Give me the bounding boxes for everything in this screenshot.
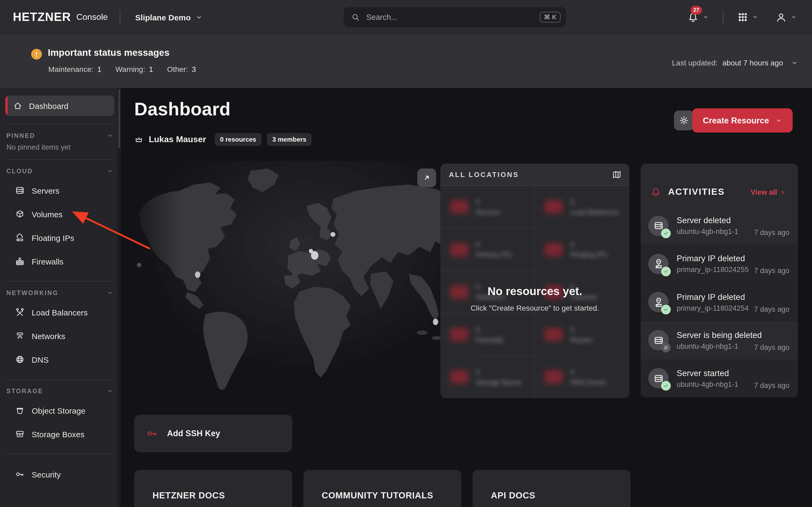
firewall-icon	[15, 257, 25, 266]
sidebar-item-storage-boxes[interactable]: Storage Boxes	[0, 422, 121, 446]
activity-subtitle: ubuntu-4gb-nbg1-1	[677, 341, 754, 351]
active-indicator	[5, 96, 7, 116]
sidebar-section-networking[interactable]: NETWORKING	[6, 290, 113, 296]
activity-time: 7 days ago	[754, 382, 790, 398]
sidebar-item-dns[interactable]: DNS	[0, 348, 121, 371]
gear-icon	[679, 115, 689, 125]
location-stat: 0DNS Zones	[535, 356, 629, 398]
storage-box-icon	[15, 429, 25, 439]
sidebar-item-label: Storage Boxes	[32, 430, 85, 439]
server-icon	[648, 368, 669, 389]
last-updated-toggle[interactable]: Last updated: about 7 hours ago	[672, 58, 798, 67]
scrollbar-thumb[interactable]	[118, 89, 120, 148]
locations-panel: ALL LOCATIONS 0Servers 0Load Balancers 0…	[440, 164, 629, 398]
sidebar-item-label: Firewalls	[32, 257, 63, 266]
sidebar-item-label: Load Balancers	[32, 308, 88, 317]
stat-icon	[450, 328, 468, 341]
activity-time: 7 days ago	[754, 305, 790, 321]
status-syncing-icon	[661, 343, 671, 352]
key-icon	[146, 428, 158, 439]
search-input[interactable]	[365, 12, 540, 22]
status-success-icon	[661, 267, 671, 276]
chevron-down-icon	[702, 14, 709, 20]
create-resource-label: Create Resource	[703, 116, 769, 125]
page-title: Dashboard	[134, 99, 231, 120]
chevron-down-icon	[107, 168, 113, 174]
activities-list: Server deleted ubuntu-4gb-nbg1-1 7 days …	[641, 207, 798, 398]
chevron-down-icon	[791, 59, 798, 66]
stat-icon	[545, 328, 563, 341]
account-menu-button[interactable]	[773, 9, 799, 25]
sidebar-item-floating-ips[interactable]: Floating IPs	[0, 226, 121, 249]
apps-grid-icon	[738, 12, 748, 22]
section-title: STORAGE	[6, 388, 43, 394]
home-icon	[13, 101, 22, 111]
hetzner-console-app: HETZNER Console Sliplane Demo ⌘ K 27	[0, 0, 812, 507]
status-success-icon	[661, 381, 671, 391]
other-count: Other:3	[167, 65, 196, 73]
hetzner-logo[interactable]: HETZNER	[13, 10, 71, 24]
map-expand-button[interactable]	[417, 168, 436, 187]
status-title: Important status messages	[48, 47, 169, 58]
search-bar[interactable]: ⌘ K	[344, 7, 566, 27]
activity-item[interactable]: Server deleted ubuntu-4gb-nbg1-1 7 days …	[641, 207, 798, 245]
activity-item[interactable]: Server started ubuntu-4gb-nbg1-1 7 days …	[641, 359, 798, 398]
world-map-graphic	[130, 161, 445, 395]
sidebar-section-storage[interactable]: STORAGE	[6, 388, 113, 394]
server-icon	[648, 330, 669, 350]
community-tutorials-card[interactable]: COMMUNITY TUTORIALS	[303, 470, 461, 507]
chevron-down-icon	[107, 290, 113, 296]
hetzner-docs-card[interactable]: HETZNER DOCS	[134, 470, 292, 507]
activity-subtitle: primary_ip-118024255	[677, 265, 749, 274]
activity-item[interactable]: Server is being deleted ubuntu-4gb-nbg1-…	[641, 321, 798, 359]
location-stat: 0Storage Boxes	[440, 356, 535, 398]
map-location-dot	[309, 249, 313, 253]
project-name: Sliplane Demo	[135, 13, 191, 22]
map-icon[interactable]	[612, 169, 622, 179]
sidebar-section-cloud[interactable]: CLOUD	[6, 168, 113, 174]
resources-count-badge: 0 resources	[214, 133, 261, 146]
api-docs-card[interactable]: API DOCS	[472, 470, 630, 507]
dashboard-settings-button[interactable]	[674, 111, 694, 130]
stat-icon	[545, 243, 563, 257]
sidebar-item-dashboard[interactable]: Dashboard	[5, 96, 114, 116]
sidebar-item-networks[interactable]: Networks	[0, 324, 121, 348]
create-resource-button[interactable]: Create Resource	[692, 108, 793, 132]
primary-ip-icon	[648, 292, 669, 312]
stat-icon	[450, 371, 468, 384]
pinned-empty-text: No pinned items yet	[6, 143, 114, 151]
sidebar: Dashboard PINNED No pinned items yet CLO…	[0, 88, 121, 507]
locations-title: ALL LOCATIONS	[449, 170, 519, 178]
sidebar-item-servers[interactable]: Servers	[0, 179, 121, 202]
add-ssh-key-button[interactable]: Add SSH Key	[134, 415, 292, 452]
section-title: CLOUD	[6, 168, 33, 174]
location-stat: 0Load Balancers	[535, 186, 629, 228]
sidebar-item-volumes[interactable]: Volumes	[0, 202, 121, 226]
status-counts: Maintenance:1 Warning:1 Other:3	[48, 65, 196, 73]
activity-item[interactable]: Primary IP deleted primary_ip-118024255 …	[641, 245, 798, 283]
stat-icon	[545, 371, 563, 384]
members-count-badge[interactable]: 3 members	[267, 133, 312, 146]
sidebar-item-load-balancers[interactable]: Load Balancers	[0, 300, 121, 324]
activity-item[interactable]: Primary IP deleted primary_ip-118024254 …	[641, 283, 798, 321]
sidebar-section-pinned[interactable]: PINNED	[6, 132, 113, 139]
stat-icon	[450, 200, 468, 214]
floating-ip-icon	[15, 233, 25, 242]
last-updated-label: Last updated:	[672, 58, 718, 67]
activity-title: Server started	[677, 368, 739, 378]
sidebar-item-label: Floating IPs	[32, 233, 74, 242]
load-balancer-icon	[15, 307, 25, 317]
sidebar-item-firewalls[interactable]: Firewalls	[0, 249, 121, 273]
sidebar-item-object-storage[interactable]: Object Storage	[0, 399, 121, 422]
notifications-button[interactable]: 27	[685, 9, 711, 25]
sidebar-item-label: Security	[32, 470, 61, 479]
apps-menu-button[interactable]	[735, 10, 760, 25]
view-all-link[interactable]: View all	[747, 187, 790, 196]
top-bar: HETZNER Console Sliplane Demo ⌘ K 27	[0, 0, 812, 34]
sidebar-scrollbar[interactable]	[118, 88, 121, 507]
add-ssh-key-label: Add SSH Key	[167, 429, 220, 438]
network-icon	[15, 331, 25, 341]
project-selector[interactable]: Sliplane Demo	[132, 12, 206, 22]
sidebar-item-security[interactable]: Security	[0, 462, 121, 486]
sidebar-item-label: Servers	[32, 186, 59, 195]
